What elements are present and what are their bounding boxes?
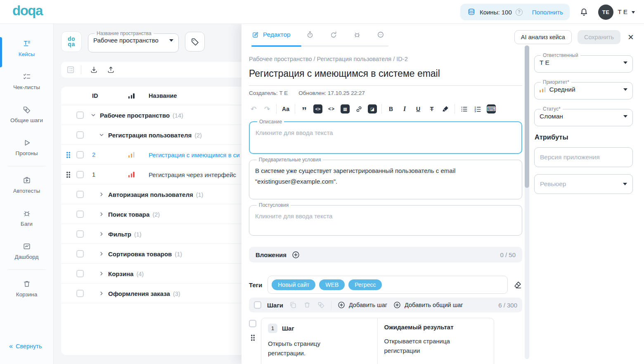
redo-icon[interactable]: ↷ bbox=[263, 104, 272, 113]
bug-icon[interactable] bbox=[353, 31, 361, 39]
italic-icon[interactable]: I bbox=[400, 104, 409, 113]
bold-icon[interactable]: B bbox=[386, 104, 395, 113]
drag-handle[interactable] bbox=[66, 151, 70, 158]
blockquote-icon[interactable]: ” bbox=[300, 104, 309, 113]
chevron-down-icon bbox=[623, 183, 627, 187]
coins-help-icon[interactable]: ? bbox=[516, 9, 523, 16]
chevron-down-icon[interactable] bbox=[90, 112, 96, 118]
case-name[interactable]: Регистрация с имеющимся в си bbox=[149, 151, 240, 158]
sidebar-item-bugs[interactable]: Баги bbox=[0, 206, 53, 230]
steps-select-all-checkbox[interactable] bbox=[254, 301, 261, 309]
sidebar-item-dashboard[interactable]: Дашборд bbox=[0, 239, 53, 263]
keyboard-icon[interactable]: ⌨ bbox=[487, 104, 496, 113]
app-version-input[interactable]: Версия приложения bbox=[534, 147, 633, 167]
comments-icon[interactable] bbox=[376, 31, 385, 39]
tab-editor[interactable]: Редактор bbox=[251, 31, 291, 39]
row-checkbox[interactable] bbox=[76, 270, 84, 277]
description-field[interactable]: Описание Кликните для ввода текста bbox=[249, 119, 522, 154]
view-mode-icon[interactable] bbox=[66, 65, 75, 74]
chevron-right-icon[interactable] bbox=[99, 291, 104, 296]
tags-button[interactable] bbox=[185, 32, 205, 52]
sidebar-item-trash[interactable]: Корзина bbox=[0, 277, 53, 300]
code-block-icon[interactable]: <> bbox=[313, 104, 322, 113]
underline-icon[interactable]: U bbox=[414, 104, 423, 113]
copy-steps-icon[interactable] bbox=[289, 301, 297, 309]
undo-icon[interactable]: ↶ bbox=[249, 104, 258, 113]
export-icon[interactable] bbox=[107, 66, 115, 74]
sidebar-item-runs[interactable]: Прогоны bbox=[0, 135, 53, 159]
make-common-step-icon[interactable] bbox=[317, 301, 325, 309]
user-menu[interactable]: TE T E bbox=[598, 5, 635, 20]
plus-circle-icon bbox=[393, 301, 401, 309]
add-step-button[interactable]: Добавить шаг bbox=[337, 301, 387, 309]
notifications-bell-icon[interactable] bbox=[579, 7, 589, 17]
row-checkbox[interactable] bbox=[76, 111, 84, 119]
row-checkbox[interactable] bbox=[76, 171, 84, 178]
bullet-list-icon[interactable] bbox=[459, 104, 469, 113]
sidebar-item-autotests[interactable]: Автотесты bbox=[0, 173, 53, 197]
step-action-text[interactable]: Открыть страницу регистрации. bbox=[268, 339, 350, 358]
postconditions-field[interactable]: Постусловия Кликните для ввода текста bbox=[249, 203, 522, 236]
sidebar-item-checklists[interactable]: Чек-листы bbox=[0, 69, 53, 93]
inline-code-icon[interactable]: <> bbox=[327, 104, 336, 113]
row-checkbox[interactable] bbox=[76, 250, 84, 258]
preconditions-field[interactable]: Предварительные условия В системе уже су… bbox=[249, 157, 522, 199]
row-checkbox[interactable] bbox=[76, 290, 84, 297]
sidebar-item-cases[interactable]: Кейсы bbox=[0, 36, 53, 60]
refresh-icon[interactable] bbox=[329, 31, 338, 39]
row-checkbox[interactable] bbox=[76, 151, 84, 158]
step-checkbox[interactable] bbox=[249, 320, 256, 327]
step-number: 1 bbox=[268, 324, 277, 333]
row-checkbox[interactable] bbox=[76, 131, 84, 139]
row-checkbox[interactable] bbox=[76, 210, 84, 218]
font-style-icon[interactable]: Aa bbox=[281, 104, 290, 113]
import-icon[interactable] bbox=[90, 66, 98, 74]
expected-column-header: Ожидаемый результат bbox=[384, 324, 454, 331]
doqa-logo: doqa bbox=[12, 4, 43, 20]
priority-select[interactable]: Приоритет* Средний bbox=[534, 80, 633, 99]
chevron-right-icon[interactable] bbox=[99, 211, 104, 217]
timer-icon[interactable] bbox=[306, 31, 314, 39]
case-name[interactable]: Регистрация через интерфейс bbox=[149, 171, 236, 178]
link-icon[interactable] bbox=[354, 104, 363, 113]
chevron-right-icon[interactable] bbox=[99, 191, 104, 197]
add-common-step-button[interactable]: Добавить общий шаг bbox=[393, 301, 463, 309]
strikethrough-icon[interactable]: T bbox=[427, 104, 436, 113]
collapse-sidebar-button[interactable]: « Свернуть bbox=[9, 343, 42, 350]
step-expected-text[interactable]: Открывается страница регистрации bbox=[384, 337, 467, 355]
topup-link[interactable]: Пополнить bbox=[532, 9, 563, 16]
svg-text:3: 3 bbox=[474, 110, 476, 113]
workspace-select[interactable]: Название пространства Рабочее пространст… bbox=[88, 31, 179, 52]
chevron-right-icon[interactable] bbox=[99, 251, 104, 257]
row-checkbox[interactable] bbox=[76, 230, 84, 238]
step-card[interactable]: 1 Шаг Открыть страницу регистрации. Ожид… bbox=[261, 318, 494, 364]
preconditions-value: В системе уже существует зарегистрирован… bbox=[255, 165, 486, 187]
drag-handle[interactable] bbox=[66, 171, 70, 178]
editor-main: Редактор Рабочее пространство / Регистра… bbox=[249, 24, 522, 364]
sidebar-item-common-steps[interactable]: Общие шаги bbox=[0, 102, 53, 126]
chevron-right-icon[interactable] bbox=[99, 271, 104, 277]
reviewer-select[interactable]: Ревьюер bbox=[534, 174, 633, 194]
editor-scrollbar-thumb[interactable] bbox=[525, 45, 529, 188]
tag-pill[interactable]: WEB bbox=[319, 279, 345, 290]
status-select[interactable]: Статус* Сломан bbox=[534, 106, 633, 126]
image-icon[interactable]: ◪ bbox=[368, 104, 377, 113]
clear-tags-icon[interactable] bbox=[513, 280, 522, 289]
plus-circle-icon bbox=[337, 301, 346, 309]
table-icon[interactable]: ▦ bbox=[341, 104, 350, 113]
title-divider bbox=[249, 85, 522, 86]
avatar[interactable]: TE bbox=[598, 5, 613, 20]
status-value: Сломан bbox=[540, 113, 563, 120]
step-drag-handle[interactable] bbox=[251, 334, 255, 341]
highlighter-icon[interactable] bbox=[441, 104, 450, 113]
row-checkbox[interactable] bbox=[76, 191, 84, 198]
tag-pill[interactable]: Регресс bbox=[348, 279, 382, 290]
tag-pill[interactable]: Новый сайт bbox=[272, 279, 315, 290]
assignee-select[interactable]: Ответственный T E bbox=[534, 53, 633, 73]
add-attachment-icon[interactable] bbox=[291, 251, 300, 259]
chevron-down-icon[interactable] bbox=[99, 132, 104, 138]
delete-steps-icon[interactable] bbox=[303, 301, 311, 309]
tags-input[interactable]: Новый сайт WEB Регресс bbox=[268, 276, 508, 294]
numbered-list-icon[interactable]: 123 bbox=[473, 104, 482, 113]
chevron-right-icon[interactable] bbox=[99, 231, 104, 237]
